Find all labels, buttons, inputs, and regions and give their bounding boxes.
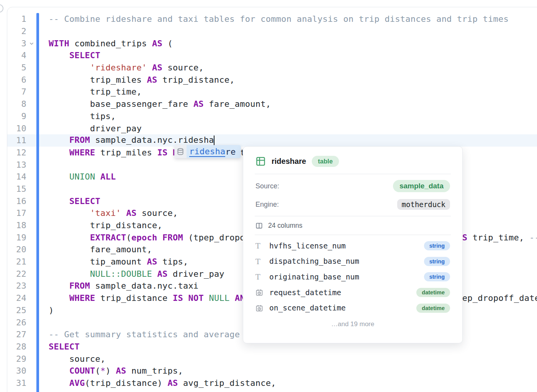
fold-chevron-icon[interactable] — [26, 41, 36, 46]
code-line[interactable]: 2 — [7, 25, 537, 38]
line-number: 12 — [7, 148, 26, 157]
code-line[interactable]: 8 base_passenger_fare AS fare_amount, — [7, 98, 537, 110]
code-line[interactable]: 4 SELECT — [7, 49, 537, 62]
divider — [255, 174, 451, 174]
code-text: source, — [36, 354, 105, 364]
line-number: 21 — [7, 257, 26, 266]
column-name: hvfhs_license_num — [269, 242, 424, 250]
edge-circle-button[interactable] — [0, 4, 3, 13]
code-line[interactable]: 5 'rideshare' AS source, — [7, 62, 537, 74]
line-number: 18 — [7, 220, 26, 230]
line-number: 27 — [7, 330, 26, 339]
table-type-badge: table — [312, 156, 339, 167]
divider — [255, 235, 451, 235]
page-root: { "colors": { "keyword": "#8a15a6", "str… — [0, 0, 537, 392]
column-type-badge: datetime — [416, 304, 450, 313]
columns-icon — [255, 222, 263, 229]
source-value-pill: sample_data — [393, 180, 450, 192]
line-number: 14 — [7, 172, 26, 181]
line-number: 17 — [7, 208, 26, 218]
line-number: 24 — [7, 293, 26, 303]
column-name: on_scene_datetime — [269, 304, 416, 312]
table-name: rideshare — [272, 157, 306, 166]
code-text: FROM sample_data.nyc.ridesha — [36, 135, 214, 145]
code-line[interactable]: 30 COUNT(*) AS num_trips, — [7, 365, 537, 377]
line-number: 26 — [7, 318, 26, 327]
column-row: request_datetimedatetime — [255, 285, 450, 301]
code-text: trip_time, — [36, 87, 142, 96]
code-text: tip_amount AS tips, — [36, 257, 188, 266]
code-text: COUNT(*) AS num_trips, — [36, 366, 183, 376]
column-type-badge: string — [424, 257, 450, 266]
table-info-popup: rideshare table Source: sample_data Engi… — [243, 146, 463, 343]
code-text: 'rideshare' AS source, — [36, 63, 204, 72]
string-type-icon: T — [255, 273, 264, 281]
line-number: 13 — [7, 160, 26, 170]
columns-list: Thvfhs_license_numstringTdispatching_bas… — [255, 238, 450, 316]
code-line[interactable]: 6 trip_miles AS trip_distance, — [7, 74, 537, 86]
line-number: 5 — [7, 63, 26, 72]
line-number: 22 — [7, 269, 26, 279]
line-number: 15 — [7, 184, 26, 194]
code-text: FROM sample_data.nyc.taxi — [36, 281, 198, 291]
code-text: AVG(trip_distance) AS avg_trip_distance, — [36, 378, 276, 388]
code-text: AVG(trip_time) AS avg_trip_time, — [36, 390, 235, 392]
code-line[interactable]: 29 source, — [7, 353, 537, 365]
column-row: Toriginating_base_numstring — [255, 269, 450, 285]
line-number: 6 — [7, 75, 26, 85]
divider — [255, 216, 451, 216]
code-line[interactable]: 9 tips, — [7, 110, 537, 122]
info-row-source: Source: sample_data — [255, 180, 450, 193]
string-type-icon: T — [255, 257, 264, 266]
code-text: SELECT — [36, 196, 100, 206]
autocomplete-item-rideshare[interactable]: rideshare — [187, 145, 241, 158]
line-number: 28 — [7, 342, 26, 351]
line-number: 30 — [7, 366, 26, 376]
line-number: 11 — [7, 136, 26, 145]
code-text: tips, — [36, 111, 116, 121]
engine-value-pill: motherduck — [397, 199, 450, 210]
column-type-badge: string — [424, 272, 450, 281]
code-text: fare_amount, — [36, 245, 152, 254]
autocomplete-popup: rideshare — [174, 145, 241, 158]
code-line[interactable]: 1-- Combine rideshare and taxi tables fo… — [7, 13, 537, 25]
columns-count-text: 24 columns — [268, 222, 303, 230]
columns-count-row: 24 columns — [255, 220, 450, 230]
string-type-icon: T — [255, 242, 264, 250]
code-text: UNION ALL — [36, 172, 116, 181]
line-number: 9 — [7, 111, 26, 121]
column-type-badge: datetime — [416, 288, 450, 297]
line-number: 4 — [7, 51, 26, 60]
column-row: Tdispatching_base_numstring — [255, 254, 450, 270]
text-cursor — [214, 136, 214, 145]
code-text: base_passenger_fare AS fare_amount, — [36, 99, 271, 109]
column-name: request_datetime — [269, 288, 416, 297]
line-number: 29 — [7, 354, 26, 364]
line-number: 7 — [7, 87, 26, 96]
info-row-engine: Engine: motherduck — [255, 198, 450, 211]
code-text: 'taxi' AS source, — [36, 208, 178, 218]
line-number: 2 — [7, 26, 26, 36]
code-line[interactable]: 3WITH combined_trips AS ( — [7, 37, 537, 49]
datetime-type-icon — [255, 289, 264, 296]
code-text: WITH combined_trips AS ( — [36, 39, 173, 48]
table-info-header: rideshare table — [255, 154, 450, 168]
code-text: SELECT — [36, 51, 100, 60]
column-name: originating_base_num — [269, 273, 424, 281]
code-line[interactable]: 7 trip_time, — [7, 86, 537, 98]
database-icon — [174, 145, 187, 158]
code-line[interactable]: 31 AVG(trip_distance) AS avg_trip_distan… — [7, 377, 537, 389]
code-line[interactable]: 32 AVG(trip_time) AS avg_trip_time, — [7, 389, 537, 392]
line-number: 19 — [7, 233, 26, 242]
code-line[interactable]: 10 driver_pay — [7, 122, 537, 134]
autocomplete-rest-text: re — [225, 147, 236, 157]
engine-label: Engine: — [255, 201, 279, 209]
git-change-bar — [36, 13, 39, 392]
code-text: -- Combine rideshare and taxi tables for… — [36, 14, 509, 24]
line-number: 32 — [7, 390, 26, 392]
line-number: 25 — [7, 305, 26, 315]
line-number: 1 — [7, 14, 26, 24]
source-label: Source: — [255, 182, 279, 190]
line-number: 20 — [7, 245, 26, 254]
code-line[interactable]: 11 FROM sample_data.nyc.ridesha — [7, 134, 537, 147]
